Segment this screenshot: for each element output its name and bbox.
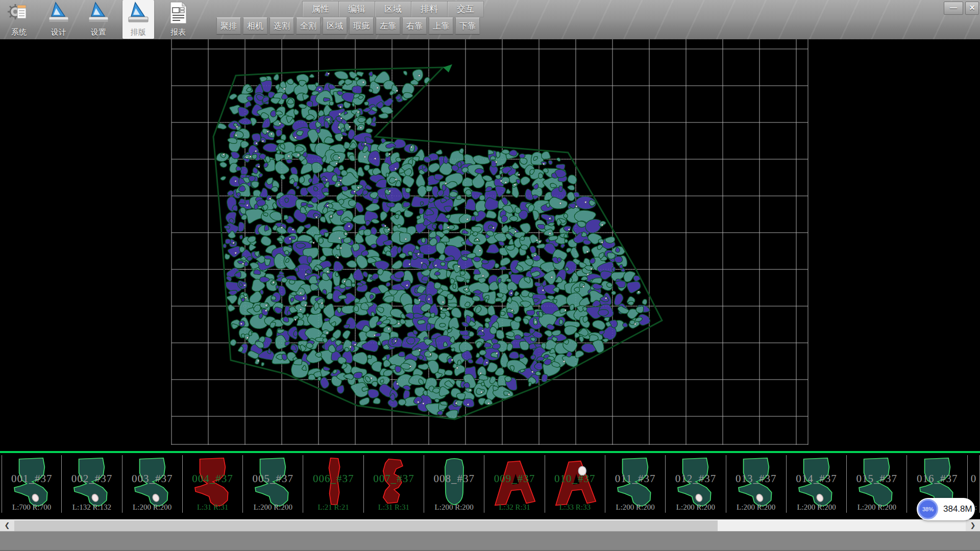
gear-doc-icon <box>7 1 31 27</box>
app-button-4[interactable]: 报表 <box>162 0 194 39</box>
nest-canvas-svg[interactable] <box>0 39 980 451</box>
scrollbar-thumb[interactable] <box>14 520 718 531</box>
piece-id-label: 016_#37 <box>908 472 967 485</box>
menu-bar: 属性编辑区域排料交互 <box>302 1 484 17</box>
horizontal-scrollbar[interactable]: ❮ ❯ <box>0 519 980 531</box>
piece-thumbnail-1[interactable]: 001_#37 L:700 R:700 <box>2 455 62 513</box>
tool-button-5[interactable]: 瑕疵 <box>349 17 374 34</box>
scroll-right-arrow-icon[interactable]: ❯ <box>966 520 980 531</box>
app-mode-buttons: 系统 设计 设置 排版 报表 <box>3 0 194 39</box>
tool-button-1[interactable]: 相机 <box>243 17 267 34</box>
app-button-3[interactable]: 排版 <box>122 0 154 39</box>
tool-button-2[interactable]: 选割 <box>270 17 294 34</box>
piece-id-label: 006_#37 <box>304 472 363 485</box>
piece-thumbnail-10[interactable]: 010_#37 L:33 R:33 <box>545 455 605 513</box>
nesting-canvas[interactable] <box>0 39 980 451</box>
tool-button-8[interactable]: 上靠 <box>429 17 453 34</box>
piece-lr-label: L:33 R:33 <box>545 503 605 512</box>
piece-thumbnail-12[interactable]: 012_#37 L:200 R:200 <box>666 455 726 513</box>
piece-thumbnail-11[interactable]: 011_#37 L:200 R:200 <box>605 455 666 513</box>
piece-thumbnail-13[interactable]: 013_#37 L:200 R:200 <box>726 455 787 513</box>
app-button-label: 系统 <box>11 28 27 37</box>
menu-item-4[interactable]: 交互 <box>448 2 483 17</box>
piece-lr-label: L:200 R:200 <box>243 503 303 512</box>
piece-thumbnail-14[interactable]: 014_#37 L:200 R:200 <box>787 455 847 513</box>
piece-id-label: 011_#37 <box>605 472 665 485</box>
piece-lr-label: L:200 R:200 <box>605 503 665 512</box>
minimize-button[interactable]: — <box>944 2 963 15</box>
piece-thumbnail-3[interactable]: 003_#37 L:200 R:200 <box>122 455 183 513</box>
piece-lr-label: L:21 R:21 <box>304 503 363 512</box>
piece-id-label: 014_#37 <box>787 472 846 485</box>
set-square-icon <box>87 1 110 27</box>
piece-lr-label: L:200 R:200 <box>424 503 484 512</box>
app-button-0[interactable]: 系统 <box>3 0 35 39</box>
report-doc-icon <box>166 1 190 27</box>
tool-button-9[interactable]: 下靠 <box>455 17 480 34</box>
progress-percent-ring: 38% <box>918 499 938 519</box>
app-button-label: 报表 <box>170 28 186 37</box>
menu-item-0[interactable]: 属性 <box>303 2 339 17</box>
piece-thumbnail-2[interactable]: 002_#37 L:132 R:132 <box>62 455 122 513</box>
progress-badge: 38% 384.8M <box>917 498 975 520</box>
app-button-label: 设置 <box>91 28 106 37</box>
app-button-2[interactable]: 设置 <box>83 0 114 39</box>
piece-id-label: 013_#37 <box>726 472 786 485</box>
piece-id-label: 003_#37 <box>122 472 182 485</box>
piece-id-label: 001_#37 <box>2 472 61 485</box>
piece-id-label: 012_#37 <box>666 472 725 485</box>
menu-item-2[interactable]: 区域 <box>375 2 411 17</box>
tool-button-4[interactable]: 区域 <box>323 17 347 34</box>
app-button-1[interactable]: 设计 <box>43 0 75 39</box>
piece-id-label: 009_#37 <box>484 472 544 485</box>
app-button-label: 设计 <box>51 28 66 37</box>
piece-id-label: 002_#37 <box>62 472 121 485</box>
piece-thumbnail-7[interactable]: 007_#37 L:31 R:31 <box>364 455 424 513</box>
set-square-icon <box>127 1 150 27</box>
piece-id-label: 015_#37 <box>847 472 906 485</box>
memory-usage-label: 384.8M <box>943 498 972 520</box>
piece-thumbnail-4[interactable]: 004_#37 L:31 R:31 <box>183 455 243 513</box>
piece-id-label: 010_#37 <box>545 472 605 485</box>
piece-id-label: 008_#37 <box>424 472 484 485</box>
tool-button-3[interactable]: 全割 <box>296 17 321 34</box>
piece-lr-label: L:132 R:132 <box>62 503 121 512</box>
piece-lr-label: L:200 R:200 <box>666 503 725 512</box>
tool-button-6[interactable]: 左靠 <box>376 17 400 34</box>
app-button-label: 排版 <box>131 28 146 37</box>
piece-thumbnail-15[interactable]: 015_#37 L:200 R:200 <box>847 455 907 513</box>
piece-lr-label: L:200 R:200 <box>726 503 786 512</box>
piece-lr-label: L:200 R:200 <box>787 503 846 512</box>
tool-button-0[interactable]: 聚排 <box>216 17 241 34</box>
piece-lr-label: L:200 R:200 <box>122 503 182 512</box>
menu-item-1[interactable]: 编辑 <box>339 2 375 17</box>
piece-thumbnail-strip: 001_#37 L:700 R:700 002_#37 L:132 R:132 … <box>0 451 980 513</box>
piece-id-label: 005_#37 <box>243 472 303 485</box>
window-controls: —✕ <box>944 2 979 15</box>
piece-lr-label: L:200 R:200 <box>847 503 906 512</box>
menu-item-3[interactable]: 排料 <box>411 2 448 17</box>
application-window: 系统 设计 设置 排版 报表 属性编辑区域排料交互 聚排相机选割全割区域瑕疵左靠… <box>0 0 980 551</box>
set-square-icon <box>47 1 70 27</box>
piece-lr-label: L:32 R:31 <box>484 503 544 512</box>
piece-id-label: 0 <box>968 472 979 485</box>
piece-thumbnail-9[interactable]: 009_#37 L:32 R:31 <box>484 455 545 513</box>
piece-id-label: 007_#37 <box>364 472 424 485</box>
tool-button-7[interactable]: 右靠 <box>402 17 427 34</box>
piece-thumbnail-6[interactable]: 006_#37 L:21 R:21 <box>304 455 364 513</box>
scroll-left-arrow-icon[interactable]: ❮ <box>0 520 14 531</box>
piece-thumbnail-5[interactable]: 005_#37 L:200 R:200 <box>243 455 303 513</box>
piece-lr-label: L:700 R:700 <box>2 503 61 512</box>
piece-lr-label: L:31 R:31 <box>364 503 424 512</box>
status-bar <box>0 531 980 551</box>
piece-id-label: 004_#37 <box>183 472 242 485</box>
tool-button-row: 聚排相机选割全割区域瑕疵左靠右靠上靠下靠 <box>216 17 480 34</box>
piece-thumbnail-8[interactable]: 008_#37 L:200 R:200 <box>424 455 484 513</box>
main-toolbar: 系统 设计 设置 排版 报表 属性编辑区域排料交互 聚排相机选割全割区域瑕疵左靠… <box>0 0 980 40</box>
close-button[interactable]: ✕ <box>965 2 979 15</box>
piece-lr-label: L:31 R:31 <box>183 503 242 512</box>
